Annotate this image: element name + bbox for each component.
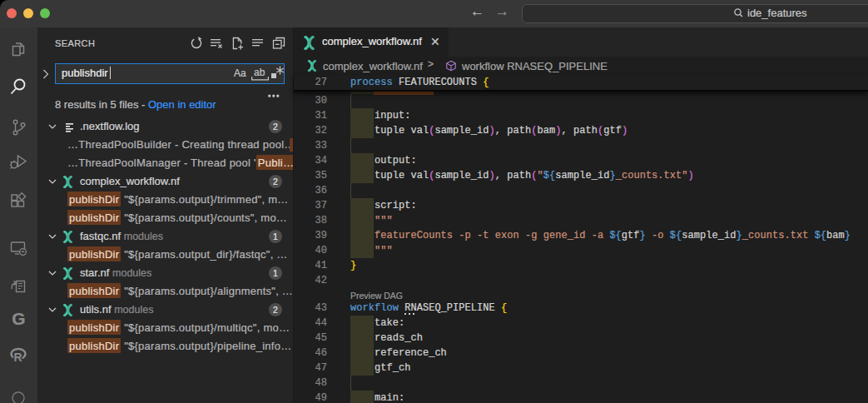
- svg-text:R: R: [14, 351, 22, 364]
